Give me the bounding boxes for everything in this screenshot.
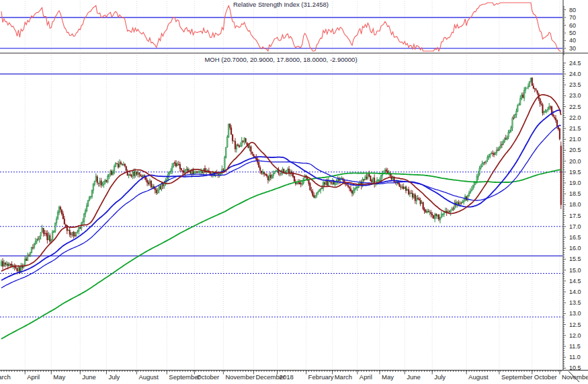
price-axis-label: 21.0 (569, 136, 581, 143)
month-label: May (53, 373, 65, 381)
month-label: February (308, 373, 334, 381)
main-panel-title: MOH (20.7000, 20.9000, 17.8000, 18.0000,… (204, 56, 357, 63)
price-axis-label: 21.5 (569, 125, 581, 132)
price-axis-label: 15.0 (569, 267, 581, 274)
rsi-axis-label: 80 (569, 7, 576, 13)
price-axis-label: 19.5 (569, 169, 581, 176)
price-axis-label: 14.0 (569, 289, 581, 295)
price-axis-label: 18.5 (569, 190, 581, 197)
month-label: 2018 (280, 373, 294, 381)
price-axis-label: 13.5 (569, 299, 581, 306)
price-axis-label: 14.5 (569, 278, 581, 284)
price-axis-label: 12.5 (569, 321, 581, 328)
candles-up-bodies (1, 78, 550, 272)
rsi-line (1, 3, 561, 51)
price-axis-label: 24.5 (569, 60, 581, 67)
price-axis-label: 18.0 (569, 201, 581, 208)
price-axis-label: 12.0 (569, 332, 581, 339)
month-label: May (382, 373, 394, 381)
price-axis-label: 16.5 (569, 234, 581, 241)
month-label: August (468, 373, 489, 381)
price-axis-label: 17.5 (569, 213, 581, 219)
price-axis-label: 19.0 (569, 180, 581, 186)
month-label: July (108, 373, 120, 381)
price-axis-label: 17.0 (569, 223, 581, 230)
rsi-panel-title: Relative Strength Index (31.2458) (233, 1, 329, 8)
price-axis-label: 22.0 (569, 114, 581, 121)
axis-labels-layer: 80706050403024.524.023.523.022.522.021.5… (569, 7, 581, 372)
month-label: November (225, 373, 255, 381)
price-axis-label: 20.0 (569, 158, 581, 165)
month-label: August (138, 373, 159, 381)
ma-long-line (1, 170, 561, 339)
ma-mid2-line (1, 125, 561, 288)
price-axis-label: 10.5 (569, 364, 581, 371)
rsi-axis-label: 30 (569, 45, 576, 52)
price-axis-label: 16.0 (569, 245, 581, 252)
rsi-layer (1, 3, 561, 51)
price-axis-label: 11.5 (569, 343, 581, 350)
price-axis-label: 20.5 (569, 147, 581, 153)
month-label: October (534, 373, 557, 381)
month-label: June (82, 373, 96, 381)
month-label: March (0, 373, 11, 381)
price-axis-label: 24.0 (569, 71, 581, 77)
month-labels-layer: MarchAprilMayJuneJulyAugustSeptemberOcto… (0, 373, 588, 381)
month-label: September (169, 373, 200, 381)
month-label: March (335, 373, 352, 381)
price-axis-label: 22.5 (569, 104, 581, 110)
candles-up-wicks (1, 78, 549, 274)
month-label: April (27, 373, 40, 381)
month-label: July (434, 373, 446, 381)
chart-window: 80706050403024.524.023.523.022.522.021.5… (0, 0, 588, 384)
rsi-axis-label: 50 (569, 30, 576, 36)
price-axis-label: 11.0 (569, 354, 581, 360)
candles-down-wicks (3, 77, 561, 274)
ma-mid-line (1, 110, 561, 280)
rsi-axis-label: 40 (569, 37, 576, 44)
price-axis-label: 23.0 (569, 92, 581, 99)
candles-layer (1, 77, 561, 274)
price-axis-label: 15.5 (569, 256, 581, 262)
rsi-axis-label: 70 (569, 14, 576, 21)
price-axis-label: 13.0 (569, 310, 581, 317)
month-label: November (562, 373, 588, 381)
month-label: September (501, 373, 532, 381)
rsi-axis-label: 60 (569, 22, 576, 29)
price-axis-label: 23.5 (569, 81, 581, 88)
month-label: October (196, 373, 219, 381)
month-label: June (407, 373, 421, 381)
month-label: April (360, 373, 372, 381)
